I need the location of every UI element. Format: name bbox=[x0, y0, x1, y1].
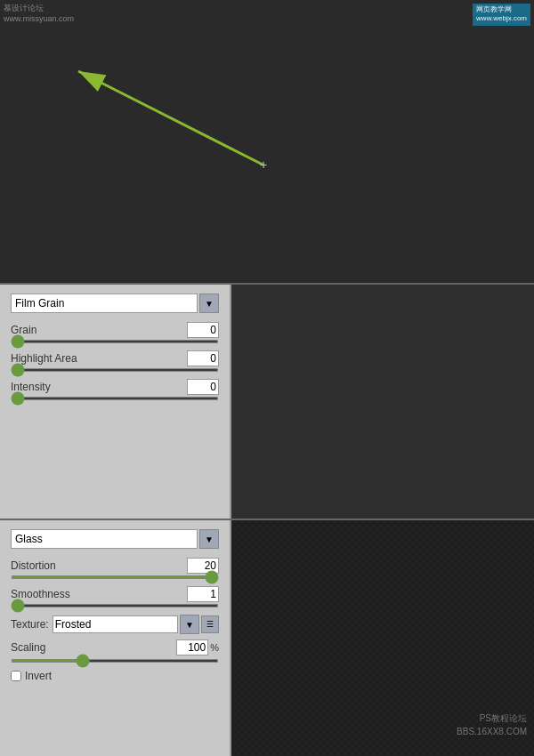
svg-line-1 bbox=[78, 71, 263, 165]
smoothness-param: Smoothness bbox=[11, 586, 219, 607]
film-grain-dropdown-row: Film Grain ▼ bbox=[11, 294, 219, 313]
scaling-slider[interactable] bbox=[11, 659, 219, 663]
middle-row: Film Grain ▼ Grain Highlight Area bbox=[0, 285, 534, 520]
film-grain-panel: Film Grain ▼ Grain Highlight Area bbox=[0, 285, 231, 519]
grain-slider[interactable] bbox=[11, 340, 219, 343]
bottom-row: Glass ▼ Distortion Smoothness bbox=[0, 520, 534, 756]
canvas-svg: + bbox=[0, 0, 534, 283]
texture-dropdown-btn[interactable]: ▼ bbox=[180, 615, 199, 634]
texture-label: Texture: bbox=[11, 618, 49, 631]
invert-label: Invert bbox=[25, 670, 52, 682]
scaling-unit: % bbox=[210, 642, 219, 653]
invert-row: Invert bbox=[11, 670, 219, 682]
texture-dropdown[interactable]: Frosted bbox=[53, 615, 178, 633]
bottom-preview: PS教程论坛 BBS.16XX8.COM bbox=[231, 520, 534, 756]
scaling-label: Scaling bbox=[11, 641, 45, 654]
glass-dropdown[interactable]: Glass bbox=[11, 529, 198, 549]
grain-param: Grain bbox=[11, 322, 219, 343]
film-grain-dropdown-btn[interactable]: ▼ bbox=[199, 294, 219, 313]
glass-dropdown-row: Glass ▼ bbox=[11, 529, 219, 549]
glass-panel: Glass ▼ Distortion Smoothness bbox=[0, 520, 231, 756]
middle-preview bbox=[231, 285, 534, 519]
invert-checkbox[interactable] bbox=[11, 671, 21, 681]
canvas-area: 慕设计论坛 www.missyuan.com 网页教学网 www.webjx.c… bbox=[0, 0, 534, 285]
film-grain-dropdown[interactable]: Film Grain bbox=[11, 294, 198, 313]
highlight-slider[interactable] bbox=[11, 368, 219, 372]
distortion-slider[interactable] bbox=[11, 575, 219, 579]
smoothness-slider[interactable] bbox=[11, 604, 219, 607]
bottom-watermark: PS教程论坛 BBS.16XX8.COM bbox=[457, 712, 527, 738]
intensity-slider[interactable] bbox=[11, 397, 219, 400]
svg-text:+: + bbox=[260, 157, 267, 172]
distortion-param: Distortion bbox=[11, 558, 219, 579]
highlight-param: Highlight Area bbox=[11, 350, 219, 372]
texture-icon-btn[interactable]: ☰ bbox=[201, 615, 219, 633]
intensity-param: Intensity bbox=[11, 379, 219, 400]
glass-dropdown-btn[interactable]: ▼ bbox=[199, 529, 219, 549]
texture-row: Texture: Frosted ▼ ☰ bbox=[11, 615, 219, 634]
